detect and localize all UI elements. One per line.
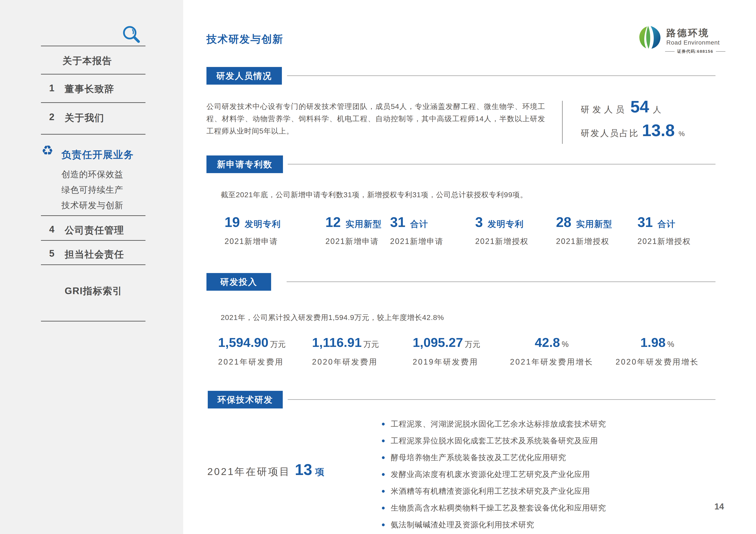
stat-label: 发明专利 <box>488 218 524 230</box>
project-text: 酵母培养物生产系统装备技改及工艺优化应用研究 <box>391 452 566 463</box>
section-heading-personnel: 研发人员情况 <box>206 67 282 85</box>
stat-unit: % <box>679 130 685 138</box>
section-rule <box>286 281 716 282</box>
investment-stat: 1,594.90 万元 2021年研发费用 <box>218 335 286 367</box>
company-logo-icon <box>637 25 663 50</box>
section-heading-investment: 研发投入 <box>206 273 271 291</box>
list-item: 工程泥浆、河湖淤泥脱水固化工艺余水达标排放成套技术研究 <box>382 419 606 429</box>
bullet-icon <box>382 507 385 509</box>
dash-line <box>716 51 725 52</box>
bullet-icon <box>382 473 385 476</box>
sidebar-item-number: 5 <box>49 248 54 259</box>
recycle-icon: ♻ <box>41 144 53 157</box>
sidebar-item-number: 4 <box>49 224 54 235</box>
investment-stat: 1,095.27 万元 2019年研发费用 <box>413 335 480 367</box>
stat-sublabel: 2021新增申请 <box>390 236 444 247</box>
project-text: 米酒糟等有机糟渣资源化利用工艺技术研究及产业化应用 <box>391 486 590 496</box>
sidebar: 关于本报告 1 董事长致辞 2 关于我们 ♻ 负责任开展业务 创造的环保效益 绿… <box>0 0 183 534</box>
sidebar-subitem-tech-rd-innovation[interactable]: 技术研发与创新 <box>62 199 123 211</box>
section-rule <box>287 75 716 76</box>
stat-sublabel: 2020年研发费用增长 <box>588 357 726 367</box>
sidebar-item-gri-index[interactable]: GRI指标索引 <box>65 285 122 297</box>
stat-unit: 万元 <box>363 339 379 350</box>
sidebar-item-number: 1 <box>49 83 54 93</box>
stat-label: 发明专利 <box>245 218 281 230</box>
stat-value: 28 <box>556 214 571 230</box>
stat-sublabel: 2021新增申请 <box>325 236 382 247</box>
stat-sublabel: 2021年研发费用 <box>218 357 286 367</box>
investment-paragraph: 2021年，公司累计投入研发费用1,594.9万元，较上年度增长42.8% <box>221 313 444 322</box>
stock-code: 证券代码:688156 <box>665 49 725 54</box>
stat-unit: 万元 <box>270 339 286 350</box>
project-text: 氨法制碱碱渣处理及资源化利用技术研究 <box>391 520 534 530</box>
list-item: 米酒糟等有机糟渣资源化利用工艺技术研究及产业化应用 <box>382 486 606 496</box>
sidebar-divider <box>41 46 146 46</box>
stat-value: 1.98 <box>640 335 666 350</box>
section-heading-env-tech: 环保技术研发 <box>208 391 283 408</box>
list-item: 氨法制碱碱渣处理及资源化利用技术研究 <box>382 520 606 530</box>
sidebar-divider <box>41 74 146 74</box>
stat-sublabel: 2021新增申请 <box>225 236 281 247</box>
page-title: 技术研发与创新 <box>206 32 284 46</box>
stock-code-text: 证券代码:688156 <box>677 49 713 54</box>
stat-unit: 人 <box>653 104 661 115</box>
sidebar-item-social-responsibility[interactable]: 担当社会责任 <box>65 248 124 261</box>
sidebar-item-chairman-speech[interactable]: 董事长致辞 <box>65 83 114 95</box>
sidebar-item-responsibility-management[interactable]: 公司责任管理 <box>65 224 124 237</box>
stat-sublabel: 2019年研发费用 <box>413 357 480 367</box>
stat-value: 1,095.27 <box>413 335 463 350</box>
patents-paragraph: 截至2021年底，公司新增申请专利数31项，新增授权专利31项，公司总计获授权专… <box>221 190 527 200</box>
project-text: 工程泥浆异位脱水固化成套工艺技术及系统装备研究及应用 <box>391 436 598 446</box>
stat-value: 31 <box>637 214 653 230</box>
stat-sublabel: 2020年研发费用 <box>312 357 379 367</box>
projects-list: 工程泥浆、河湖淤泥脱水固化工艺余水达标排放成套技术研究 工程泥浆异位脱水固化成套… <box>382 419 606 534</box>
stat-unit: % <box>562 340 569 349</box>
stat-label: 实用新型 <box>576 218 612 230</box>
sidebar-item-about-us[interactable]: 关于我们 <box>65 112 104 124</box>
sidebar-item-about-report[interactable]: 关于本报告 <box>63 55 112 67</box>
stat-sublabel: 2021新增授权 <box>475 236 528 247</box>
bullet-icon <box>382 456 385 459</box>
bullet-icon <box>382 423 385 425</box>
stat-label: 研发人员 <box>581 104 627 115</box>
stat-rd-ratio: 研发人员占比 13.8 % <box>581 120 685 140</box>
logo-leaf-blue <box>651 26 661 49</box>
bullet-icon <box>382 440 385 442</box>
investment-stat: 1,116.91 万元 2020年研发费用 <box>312 335 379 367</box>
list-item: 酵母培养物生产系统装备技改及工艺优化应用研究 <box>382 452 606 463</box>
sidebar-divider <box>41 321 146 321</box>
logo-leaf-green <box>639 26 647 48</box>
stat-value: 12 <box>325 214 341 230</box>
sidebar-divider <box>41 134 146 135</box>
dash-line <box>665 51 675 52</box>
section-rule <box>288 399 716 400</box>
section-heading-patents: 新申请专利数 <box>206 156 283 173</box>
list-item: 生物质高含水粘稠类物料干燥工艺及整套设备优化和应用研究 <box>382 503 606 513</box>
stat-value: 3 <box>475 214 483 230</box>
stat-value: 1,594.90 <box>218 335 269 350</box>
investment-stat: 1.98 % 2020年研发费用增长 <box>588 335 726 367</box>
patent-stat: 31 合计 2021新增授权 <box>637 214 691 247</box>
stat-unit: 万元 <box>465 339 480 350</box>
projects-count-value: 13 <box>295 461 312 478</box>
sidebar-divider <box>41 215 146 216</box>
vertical-divider <box>562 101 563 144</box>
stat-value: 42.8 <box>535 335 560 350</box>
list-item: 发酵业高浓度有机废水资源化处理工艺研究及产业化应用 <box>382 469 606 480</box>
section-rule <box>288 164 716 165</box>
bullet-icon <box>382 490 385 493</box>
projects-count-prefix: 2021年在研项目 <box>207 465 290 478</box>
sidebar-item-responsible-business-active[interactable]: 负责任开展业务 <box>62 148 134 162</box>
sidebar-subitem-environmental-benefits[interactable]: 创造的环保效益 <box>62 168 123 180</box>
sidebar-subitem-green-production[interactable]: 绿色可持续生产 <box>62 184 123 196</box>
patent-stat: 19 发明专利 2021新增申请 <box>225 214 281 247</box>
stat-label: 合计 <box>658 218 676 230</box>
stat-sublabel: 2021新增授权 <box>556 236 612 247</box>
search-icon[interactable] <box>119 22 141 44</box>
stat-sublabel: 2021新增授权 <box>637 236 691 247</box>
projects-count: 2021年在研项目 13 项 <box>207 461 324 478</box>
list-item: 工程泥浆异位脱水固化成套工艺技术及系统装备研究及应用 <box>382 436 606 446</box>
company-name-en: Road Environment <box>666 39 720 46</box>
stat-value: 31 <box>390 214 405 230</box>
sidebar-divider <box>41 102 146 103</box>
